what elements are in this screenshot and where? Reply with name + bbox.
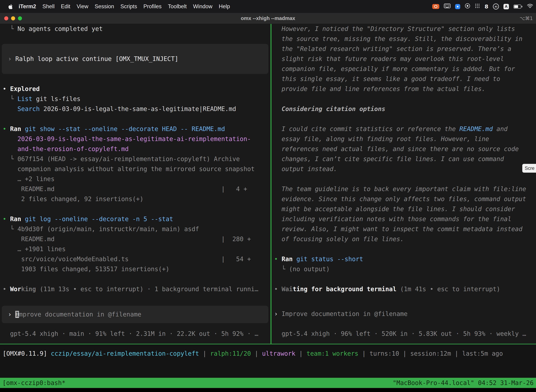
blank-line — [274, 244, 536, 254]
menu-item-shell[interactable]: Shell — [42, 3, 54, 10]
thinking-line: of focusing solely on file lines. — [274, 234, 536, 244]
ran-git-show: • Ran git show --stat --oneline --decora… — [3, 124, 270, 134]
circle-app-icon[interactable] — [465, 3, 470, 10]
git-show-stat-summary: 2 files changed, 92 insertions(+) — [3, 194, 270, 204]
menu-item-window[interactable]: Window — [193, 3, 212, 10]
menu-bar-status-icons: 8 .61 A — [432, 3, 533, 10]
working-status: • Working (11m 13s • esc to interrupt) ·… — [3, 284, 270, 294]
blank-line — [3, 34, 270, 44]
left-prompt-input[interactable]: › Improve documentation in @filename — [2, 306, 268, 323]
keyboard-icon[interactable] — [444, 3, 450, 10]
blank-line — [274, 94, 536, 104]
ran-git-status: • Ran git status --short — [274, 254, 536, 264]
git-show-arg-wrap-1: 2026-03-09-is-legal-the-same-as-legitima… — [3, 134, 270, 144]
omx-status-bar: [OMX#0.11.9] cczip/essay/ai-reimplementa… — [0, 344, 536, 378]
git-log-output-more: … +1901 lines — [3, 244, 270, 254]
blank-line — [3, 114, 270, 124]
menu-item-iterm2[interactable]: iTerm2 — [19, 3, 36, 10]
thinking-line: this single essay, it seems like a good … — [274, 74, 536, 84]
blank-line — [3, 74, 270, 84]
close-window-button[interactable] — [4, 16, 8, 20]
thinking-line: references need actual files, and since … — [274, 144, 536, 154]
menu-item-toolbelt[interactable]: Toolbelt — [168, 3, 187, 10]
ran-git-log: • Ran git log --oneline --decorate -n 5 … — [3, 214, 270, 224]
thinking-line: might be acceptable alongside the file l… — [274, 204, 536, 214]
battery-icon[interactable] — [513, 5, 522, 9]
menu-item-edit[interactable]: Edit — [61, 3, 70, 10]
window-title: omx --xhigh --madmax — [241, 15, 295, 21]
menu-bar: iTerm2ShellEditViewSessionScriptsProfile… — [0, 0, 536, 13]
git-show-output-1: └ 067f154 (HEAD -> essay/ai-reimplementa… — [3, 154, 270, 164]
window-title-bar: omx --xhigh --madmax ⌥⌘1 — [0, 13, 536, 24]
omx-status-line: [OMX#0.11.9] cczip/essay/ai-reimplementa… — [3, 349, 536, 359]
explored-search: Search 2026-03-09-is-legal-the-same-as-l… — [3, 104, 270, 114]
tmux-session-window[interactable]: [omx-cczip0:bash* — [2, 378, 65, 388]
left-pane-top-output: └ No agents completed yet — [3, 24, 270, 44]
input-source-icon[interactable]: A — [503, 4, 509, 9]
screen-notification-popup: Scre — [522, 164, 536, 173]
thinking-line: including verification notes with those … — [274, 214, 536, 224]
git-log-stat-src: src/voice/voiceModeEnabled.ts | 54 + — [3, 254, 270, 264]
figure-eight-icon[interactable]: 8 — [484, 3, 488, 10]
blank-line — [3, 204, 270, 214]
zoom-window-button[interactable] — [18, 16, 22, 20]
right-prompt-line: › Improve documentation in @filename — [274, 309, 536, 319]
thinking-line: review. Also, I might want to inspect th… — [274, 224, 536, 234]
injected-message-box: › Ralph loop active continue [OMX_TMUX_I… — [2, 44, 268, 74]
explored-list: └ List git ls-files — [3, 94, 270, 104]
right-pane-output: However, I noticed the "Directory Struct… — [274, 24, 536, 294]
apple-menu-icon[interactable] — [8, 4, 13, 9]
menu-item-profiles[interactable]: Profiles — [143, 3, 161, 10]
thinking-line: the "Related research writing" section i… — [274, 44, 536, 54]
window-controls — [4, 13, 22, 24]
thinking-line: changes, I can’t cite specific file line… — [274, 154, 536, 164]
minimize-window-button[interactable] — [11, 16, 15, 20]
right-terminal-pane[interactable]: However, I noticed the "Directory Struct… — [272, 24, 536, 344]
git-show-output-2: companion analysis without altering the … — [3, 164, 270, 174]
right-model-status: gpt-5.4 xhigh · 96% left · 520K in · 5.8… — [274, 329, 536, 339]
terminal-area: └ No agents completed yet › Ralph loop a… — [0, 24, 536, 344]
thinking-line: provide file and line references from th… — [274, 84, 536, 94]
left-terminal-pane[interactable]: └ No agents completed yet › Ralph loop a… — [0, 24, 270, 344]
tmux-status-bar: [omx-cczip0:bash* "MacBook-Pro-44.local"… — [0, 378, 536, 388]
thinking-line: companion file, especially if more comme… — [274, 64, 536, 74]
thinking-heading: Considering citation options — [274, 104, 536, 114]
thinking-line: I could cite commit statistics or refere… — [274, 124, 536, 134]
blank-line — [274, 274, 536, 284]
thinking-line: The team guideline is to back every impo… — [274, 184, 536, 194]
agents-status-line: └ No agents completed yet — [3, 24, 270, 34]
menu-item-help[interactable]: Help — [219, 3, 230, 10]
explored-header: • Explored — [3, 84, 270, 94]
thinking-line: the source tree, missing the essay. Stil… — [274, 34, 536, 44]
git-show-stat-readme: README.md | 4 + — [3, 184, 270, 194]
blue-app-icon[interactable] — [455, 4, 460, 9]
wifi-icon[interactable] — [527, 3, 533, 10]
gauge-icon[interactable]: .61 — [493, 4, 499, 9]
menu-item-scripts[interactable]: Scripts — [120, 3, 137, 10]
thinking-line: slight risk that future readers may over… — [274, 54, 536, 64]
git-show-arg-wrap-2: and-the-erosion-of-copyleft.md — [3, 144, 270, 154]
git-show-output-more: … +2 lines — [3, 174, 270, 184]
tmux-host-clock: "MacBook-Pro-44.local" 04:52 31-Mar-26 — [393, 378, 534, 388]
right-prompt-input[interactable]: › Improve documentation in @filename — [274, 309, 536, 319]
ralph-loop-line: › Ralph loop active continue [OMX_TMUX_I… — [8, 54, 268, 64]
left-pane-main-output: • Explored └ List git ls-files Search 20… — [3, 74, 270, 294]
menu-item-view[interactable]: View — [77, 3, 88, 10]
blank-line — [3, 274, 270, 284]
screen-recording-indicator[interactable] — [432, 4, 439, 9]
injected-message-lines: › Ralph loop active continue [OMX_TMUX_I… — [8, 54, 268, 64]
left-model-status: gpt-5.4 xhigh · main · 91% left · 2.31M … — [3, 329, 270, 339]
thinking-line: output instead. — [274, 164, 536, 174]
git-log-stat-summary: 1903 files changed, 513517 insertions(+) — [3, 264, 270, 274]
menu-item-session[interactable]: Session — [95, 3, 114, 10]
thinking-line: However, I noticed the "Directory Struct… — [274, 24, 536, 34]
git-log-stat-readme: README.md | 280 + — [3, 234, 270, 244]
menu-bar-items: iTerm2ShellEditViewSessionScriptsProfile… — [19, 3, 230, 10]
blank-line — [274, 174, 536, 184]
dots-grid-icon[interactable] — [475, 3, 480, 10]
left-prompt-line: › Improve documentation in @filename — [8, 309, 268, 319]
thinking-line: essay file, along with finding root file… — [274, 134, 536, 144]
git-log-output-1: └ 4b9d30f (origin/main, instructkr/main,… — [3, 224, 270, 234]
right-model-status-row: gpt-5.4 xhigh · 96% left · 520K in · 5.8… — [274, 329, 536, 339]
git-status-output: └ (no output) — [274, 264, 536, 274]
